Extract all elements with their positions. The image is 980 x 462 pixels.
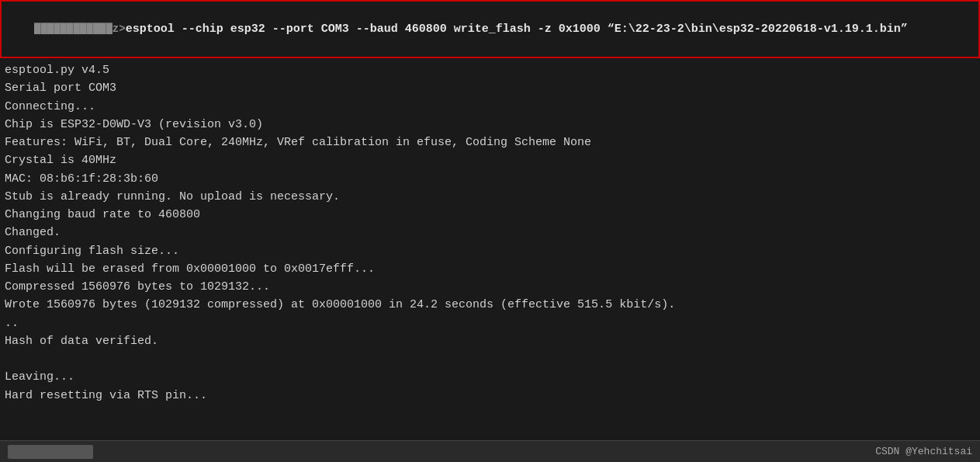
output-line-flash: Flash will be erased from 0x00001000 to … xyxy=(5,260,975,278)
output-area: esptool.py v4.5 Serial port COM3 Connect… xyxy=(0,58,980,408)
command-text: esptool --chip esp32 --port COM3 --baud … xyxy=(126,23,908,36)
output-line: MAC: 08:b6:1f:28:3b:60 xyxy=(5,170,975,188)
output-line: Connecting... xyxy=(5,98,975,116)
output-line: .. xyxy=(5,314,975,332)
output-line: Wrote 1560976 bytes (1029132 compressed)… xyxy=(5,296,975,314)
output-line: Changing baud rate to 460800 xyxy=(5,206,975,224)
output-line: Serial port COM3 xyxy=(5,79,975,97)
output-line: Stub is already running. No upload is ne… xyxy=(5,188,975,206)
output-line: Chip is ESP32-D0WD-V3 (revision v3.0) xyxy=(5,116,975,134)
footer-logo xyxy=(8,445,93,459)
footer-left xyxy=(8,445,93,459)
output-line: Leaving... xyxy=(5,368,975,386)
footer-bar: CSDN @Yehchitsai xyxy=(0,440,980,462)
output-line: Compressed 1560976 bytes to 1029132... xyxy=(5,278,975,296)
output-line: Features: WiFi, BT, Dual Core, 240MHz, V… xyxy=(5,134,975,151)
output-line-crystal: Crystal is 40MHz xyxy=(5,151,975,169)
output-line: Configuring flash size... xyxy=(5,242,975,260)
footer-brand-text: CSDN @Yehchitsai xyxy=(875,446,972,457)
terminal-window: ████████████z>esptool --chip esp32 --por… xyxy=(0,0,980,462)
output-line: esptool.py v4.5 xyxy=(5,61,975,79)
output-line: Hash of data verified. xyxy=(5,332,975,350)
output-line: Changed. xyxy=(5,224,975,241)
command-line[interactable]: ████████████z>esptool --chip esp32 --por… xyxy=(0,0,980,58)
prompt-prefix: ████████████z> xyxy=(34,23,126,35)
output-line: Hard resetting via RTS pin... xyxy=(5,387,975,405)
output-line-empty xyxy=(5,350,975,368)
